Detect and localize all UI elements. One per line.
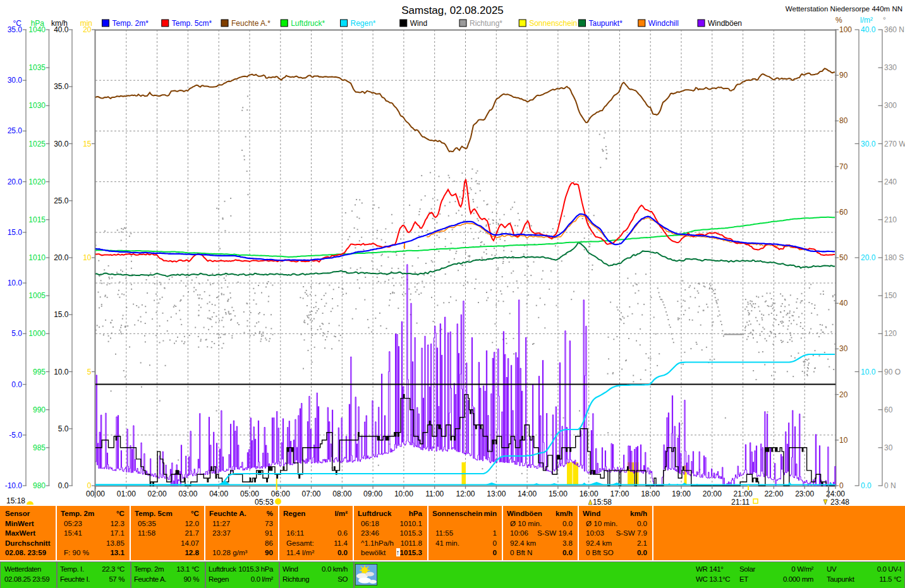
svg-text:02:00: 02:00	[148, 489, 167, 498]
svg-text:19:00: 19:00	[672, 489, 691, 498]
svg-text:03:00: 03:00	[178, 489, 197, 498]
svg-text:l/m²: l/m²	[860, 16, 873, 25]
svg-text:30: 30	[839, 344, 848, 353]
svg-text:25.0: 25.0	[54, 196, 69, 205]
svg-text:01:00: 01:00	[117, 489, 136, 498]
svg-text:15.0: 15.0	[8, 228, 23, 237]
svg-text:16:00: 16:00	[580, 489, 598, 498]
svg-text:05:00: 05:00	[240, 489, 259, 498]
svg-text:20.0: 20.0	[54, 253, 69, 262]
svg-text:300: 300	[884, 101, 897, 110]
svg-text:40.0: 40.0	[861, 25, 876, 34]
svg-text:995: 995	[33, 368, 46, 376]
svg-text:210: 210	[884, 215, 897, 224]
svg-text:5.0: 5.0	[11, 329, 22, 338]
svg-text:15: 15	[83, 140, 92, 148]
svg-text:330: 330	[884, 63, 897, 72]
svg-text:0: 0	[839, 481, 844, 490]
svg-text:20.0: 20.0	[861, 253, 876, 262]
svg-text:70: 70	[839, 162, 848, 171]
svg-text:08:00: 08:00	[332, 489, 351, 498]
svg-text:240: 240	[884, 177, 897, 186]
svg-text:22:00: 22:00	[764, 489, 783, 498]
svg-text:20.0: 20.0	[8, 177, 23, 186]
svg-text:18:00: 18:00	[641, 489, 660, 498]
svg-text:10: 10	[839, 436, 848, 445]
svg-text:80: 80	[839, 116, 848, 125]
svg-text:10.0: 10.0	[861, 368, 876, 376]
svg-text:Windchill: Windchill	[648, 19, 679, 28]
svg-text:Wind: Wind	[410, 19, 427, 28]
svg-text:%: %	[835, 16, 842, 25]
svg-text:40: 40	[839, 299, 848, 308]
svg-text:Feuchte A.*: Feuchte A.*	[231, 19, 270, 28]
svg-text:Temp. 5cm*: Temp. 5cm*	[172, 19, 212, 28]
svg-text:30: 30	[884, 443, 893, 452]
svg-text:Sonnenschein: Sonnenschein	[529, 19, 577, 28]
svg-text:25.0: 25.0	[8, 126, 23, 135]
svg-text:km/h: km/h	[51, 19, 68, 28]
svg-text:150: 150	[884, 291, 897, 300]
svg-text:90 O: 90 O	[884, 368, 901, 376]
svg-text:1015: 1015	[28, 215, 46, 224]
svg-text:23:00: 23:00	[795, 489, 814, 498]
svg-text:270 W: 270 W	[884, 140, 905, 148]
svg-text:21:00: 21:00	[734, 489, 753, 498]
svg-text:11:00: 11:00	[425, 489, 444, 498]
svg-text:0: 0	[87, 481, 92, 490]
svg-text:0.0: 0.0	[58, 481, 69, 490]
svg-text:1035: 1035	[28, 63, 46, 72]
svg-text:10.0: 10.0	[8, 279, 23, 287]
svg-text:Samstag, 02.08.2025: Samstag, 02.08.2025	[401, 4, 504, 16]
svg-text:30.0: 30.0	[8, 76, 23, 85]
svg-text:0.0: 0.0	[11, 380, 22, 389]
svg-text:Windböen: Windböen	[708, 19, 742, 28]
svg-text:1020: 1020	[28, 177, 46, 186]
svg-text:07:00: 07:00	[301, 489, 320, 498]
svg-text:12:00: 12:00	[456, 489, 475, 498]
svg-text:°C: °C	[13, 19, 22, 28]
svg-text:10:00: 10:00	[394, 489, 413, 498]
svg-text:Wetterstation Niedersorpe 440m: Wetterstation Niedersorpe 440m NN	[786, 5, 902, 13]
svg-text:1005: 1005	[28, 291, 46, 300]
svg-text:09:00: 09:00	[363, 489, 382, 498]
svg-text:min: min	[80, 19, 92, 28]
svg-text:13:00: 13:00	[487, 489, 506, 498]
svg-text:180 S: 180 S	[884, 253, 904, 262]
svg-text:120: 120	[884, 329, 897, 338]
svg-text:°: °	[883, 16, 886, 25]
svg-text:100: 100	[839, 25, 852, 34]
svg-text:Regen*: Regen*	[351, 19, 376, 28]
svg-text:17:00: 17:00	[610, 489, 629, 498]
svg-text:60: 60	[839, 208, 848, 217]
svg-text:990: 990	[33, 405, 46, 414]
svg-text:Luftdruck*: Luftdruck*	[291, 19, 325, 28]
svg-text:1030: 1030	[28, 101, 46, 110]
svg-text:05:53: 05:53	[255, 498, 274, 505]
svg-text:5: 5	[87, 368, 92, 376]
svg-text:20: 20	[839, 390, 848, 399]
svg-text:35.0: 35.0	[54, 82, 69, 91]
svg-text:15.0: 15.0	[54, 310, 69, 319]
svg-text:980: 980	[33, 481, 46, 490]
svg-text:23:48: 23:48	[830, 498, 849, 505]
svg-text:0.0: 0.0	[861, 481, 872, 490]
svg-text:1025: 1025	[28, 140, 46, 148]
svg-text:10: 10	[83, 253, 92, 262]
svg-text:30.0: 30.0	[861, 140, 876, 148]
svg-text:06:00: 06:00	[271, 489, 290, 498]
svg-text:0 N: 0 N	[884, 481, 896, 490]
svg-text:5.0: 5.0	[58, 424, 69, 433]
svg-text:Temp. 2m*: Temp. 2m*	[112, 19, 149, 28]
svg-text:15:18: 15:18	[6, 496, 25, 505]
svg-text:20:00: 20:00	[703, 489, 722, 498]
svg-text:10.0: 10.0	[54, 368, 69, 376]
svg-text:Richtung*: Richtung*	[470, 19, 502, 28]
svg-text:985: 985	[33, 443, 46, 452]
svg-text:Taupunkt*: Taupunkt*	[589, 19, 623, 28]
svg-text:21:11: 21:11	[731, 498, 750, 505]
svg-text:-5.0: -5.0	[9, 431, 22, 440]
svg-text:60: 60	[884, 405, 893, 414]
svg-text:30.0: 30.0	[54, 140, 69, 148]
svg-text:1000: 1000	[28, 329, 46, 338]
